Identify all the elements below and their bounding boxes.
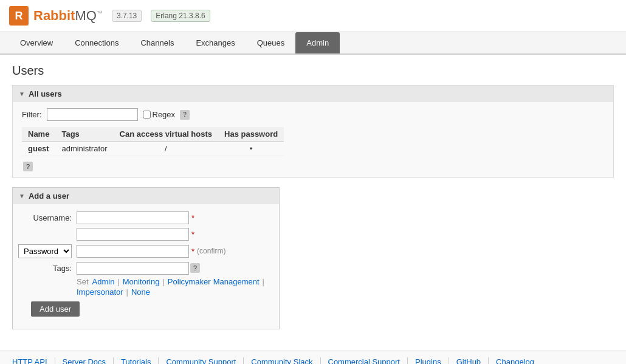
erlang-badge: Erlang 21.3.8.6 xyxy=(151,10,210,22)
username-required: * xyxy=(191,213,194,222)
nav-connections[interactable]: Connections xyxy=(64,32,129,53)
nav-exchanges[interactable]: Exchanges xyxy=(185,32,246,53)
table-help-button[interactable]: ? xyxy=(23,162,33,171)
col-tags: Tags xyxy=(55,127,113,142)
col-name: Name xyxy=(22,127,55,142)
add-user-button[interactable]: Add user xyxy=(31,301,80,317)
col-password: Has password xyxy=(218,127,284,142)
footer-http-api[interactable]: HTTP API xyxy=(12,357,55,364)
user-has-password: • xyxy=(218,142,284,156)
version-badge: 3.7.13 xyxy=(112,10,142,22)
logo-text: RabbitMQ™ xyxy=(33,8,103,24)
sep3: | xyxy=(263,277,264,286)
sep1: | xyxy=(117,277,119,286)
logo-area: R RabbitMQ™ xyxy=(9,6,103,26)
confirm-label: (confirm) xyxy=(197,247,225,255)
all-users-content: Filter: Regex ? Name Tags Can access vir… xyxy=(13,102,613,177)
logo-icon: R xyxy=(9,6,29,26)
tags-help-button[interactable]: ? xyxy=(190,263,200,273)
tag-none[interactable]: None xyxy=(131,287,150,297)
footer: HTTP API Server Docs Tutorials Community… xyxy=(0,351,626,364)
filter-input[interactable] xyxy=(47,108,138,121)
nav: Overview Connections Channels Exchanges … xyxy=(0,32,626,55)
footer-github[interactable]: GitHub xyxy=(449,357,489,364)
set-links: Set Admin | Monitoring | Policymaker Man… xyxy=(22,277,270,297)
nav-channels[interactable]: Channels xyxy=(129,32,185,53)
password1-required: * xyxy=(191,230,194,239)
col-vhosts: Can access virtual hosts xyxy=(114,127,218,142)
tag-monitoring[interactable]: Monitoring xyxy=(123,277,160,286)
tag-management[interactable]: Management xyxy=(213,277,260,286)
table-header-row: Name Tags Can access virtual hosts Has p… xyxy=(22,127,284,142)
header: R RabbitMQ™ 3.7.13 Erlang 21.3.8.6 xyxy=(0,0,626,32)
page-title: Users xyxy=(12,64,614,78)
tags-input[interactable] xyxy=(77,262,189,275)
nav-queues[interactable]: Queues xyxy=(246,32,296,53)
tags-label: Tags: xyxy=(22,264,77,273)
all-users-title: All users xyxy=(29,89,62,98)
password2-required: * xyxy=(191,247,194,256)
password-row1: * xyxy=(22,228,270,241)
regex-text: Regex xyxy=(153,110,176,119)
username-input[interactable] xyxy=(77,211,189,224)
username-row: Username: * xyxy=(22,211,270,224)
add-user-title: Add a user xyxy=(29,191,69,201)
add-user-arrow: ▼ xyxy=(19,193,25,199)
filter-row: Filter: Regex ? xyxy=(22,108,604,121)
tags-row: Tags: ? xyxy=(22,262,270,275)
main-content: Users ▼ All users Filter: Regex ? Name xyxy=(0,55,626,338)
password-row2: Password Hashed * (confirm) xyxy=(22,244,270,258)
nav-overview[interactable]: Overview xyxy=(9,32,64,53)
table-row: guest administrator / • xyxy=(22,142,284,156)
footer-changelog[interactable]: Changelog xyxy=(489,357,542,364)
tag-policymaker[interactable]: Policymaker xyxy=(168,277,211,286)
password-type-select[interactable]: Password Hashed xyxy=(18,244,72,258)
footer-plugins[interactable]: Plugins xyxy=(408,357,449,364)
all-users-section: ▼ All users Filter: Regex ? Name Tags Ca… xyxy=(12,85,614,178)
add-user-section: ▼ Add a user Username: * * Password xyxy=(12,187,280,329)
filter-label: Filter: xyxy=(22,110,42,119)
tag-impersonator[interactable]: Impersonator xyxy=(77,287,123,297)
user-vhosts: / xyxy=(114,142,218,156)
sep4: | xyxy=(126,287,128,297)
set-label: Set xyxy=(77,277,89,286)
sep2: | xyxy=(162,277,164,286)
regex-label[interactable]: Regex xyxy=(143,110,176,119)
footer-tutorials[interactable]: Tutorials xyxy=(114,357,159,364)
add-user-content: Username: * * Password Hashed * xyxy=(13,204,279,329)
tag-admin[interactable]: Admin xyxy=(92,277,115,286)
nav-admin[interactable]: Admin xyxy=(295,32,340,53)
all-users-header[interactable]: ▼ All users xyxy=(13,86,613,102)
regex-checkbox[interactable] xyxy=(143,111,151,118)
footer-community-slack[interactable]: Community Slack xyxy=(244,357,320,364)
username-label: Username: xyxy=(22,213,77,222)
password-input1[interactable] xyxy=(77,228,189,241)
footer-server-docs[interactable]: Server Docs xyxy=(55,357,114,364)
user-name[interactable]: guest xyxy=(22,142,55,156)
collapse-arrow: ▼ xyxy=(19,91,25,97)
regex-help-button[interactable]: ? xyxy=(180,110,190,120)
user-tags: administrator xyxy=(55,142,113,156)
password-input2[interactable] xyxy=(77,245,189,258)
footer-community-support[interactable]: Community Support xyxy=(159,357,244,364)
footer-commercial-support[interactable]: Commercial Support xyxy=(321,357,408,364)
add-user-header[interactable]: ▼ Add a user xyxy=(13,188,279,204)
users-table: Name Tags Can access virtual hosts Has p… xyxy=(22,127,284,156)
